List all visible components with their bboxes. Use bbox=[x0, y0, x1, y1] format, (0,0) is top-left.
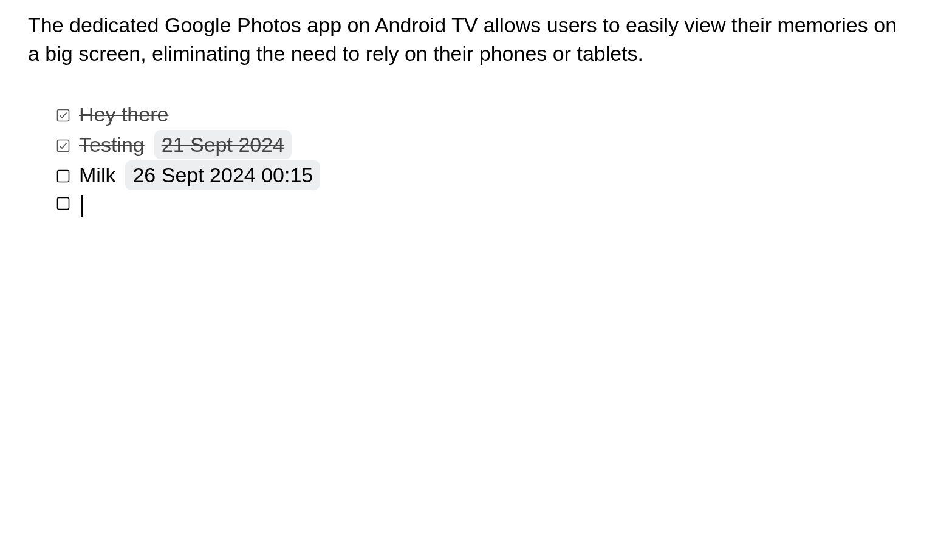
check-item[interactable]: Hey there bbox=[56, 100, 910, 129]
checkbox-unchecked-icon[interactable] bbox=[56, 196, 70, 211]
checkbox-checked-icon[interactable] bbox=[56, 138, 70, 153]
checklist: Hey there Testing 21 Sept 2024 Milk 26 S… bbox=[28, 100, 910, 213]
intro-paragraph[interactable]: The dedicated Google Photos app on Andro… bbox=[28, 11, 910, 68]
text-cursor bbox=[81, 195, 83, 217]
svg-rect-0 bbox=[58, 109, 69, 121]
check-item[interactable]: Milk 26 Sept 2024 00:15 bbox=[56, 160, 910, 190]
check-item[interactable]: Testing 21 Sept 2024 bbox=[56, 130, 910, 159]
check-item-label[interactable]: Milk bbox=[79, 160, 115, 190]
svg-rect-2 bbox=[58, 171, 69, 182]
check-item-label[interactable]: Hey there bbox=[79, 100, 168, 129]
checkbox-unchecked-icon[interactable] bbox=[56, 169, 70, 183]
svg-rect-1 bbox=[58, 140, 69, 152]
checkbox-checked-icon[interactable] bbox=[56, 108, 70, 123]
date-chip[interactable]: 26 Sept 2024 00:15 bbox=[125, 160, 320, 190]
check-item-label[interactable]: Testing bbox=[79, 130, 145, 159]
check-item[interactable] bbox=[56, 191, 910, 213]
date-chip[interactable]: 21 Sept 2024 bbox=[154, 130, 292, 159]
svg-rect-3 bbox=[58, 197, 69, 209]
